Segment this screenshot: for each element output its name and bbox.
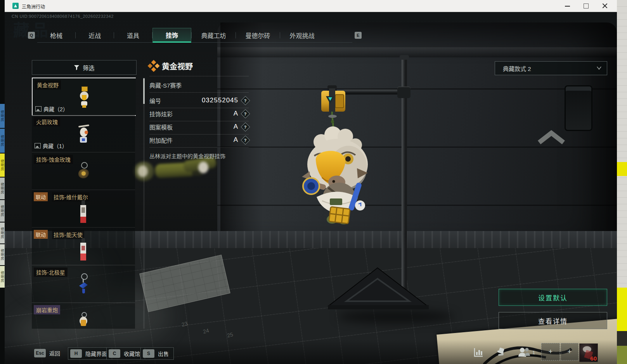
help-icon[interactable]: ?: [241, 109, 250, 118]
case-lid-line: [217, 47, 617, 57]
detail-header: 黄金视野: [149, 58, 249, 74]
thumb-part: [82, 95, 87, 100]
bullet-neck: [544, 259, 549, 260]
h-keycap: H: [70, 349, 82, 358]
plus-icon: +: [549, 348, 553, 356]
filter-button[interactable]: 筛选: [32, 60, 137, 75]
window-titlebar: 三角洲行动: [5, 0, 617, 12]
minimize-button[interactable]: [561, 0, 574, 12]
close-button[interactable]: [598, 0, 611, 12]
list-item-etched-rose[interactable]: 挂饰-蚀金玫瑰: [32, 153, 135, 190]
tab-mandel-brick[interactable]: 曼德尔砖: [236, 28, 280, 43]
pattern-row: 图案模板 A ?: [149, 120, 249, 133]
next-tab-keyhint: E: [355, 32, 362, 39]
thumb-part: [81, 238, 85, 243]
charm-thumbnail: [80, 200, 87, 223]
tab-collection-workshop[interactable]: 典藏工坊: [192, 28, 236, 43]
help-glyph: ?: [244, 98, 247, 103]
help-icon[interactable]: ?: [241, 122, 250, 131]
collab-badge: 联动: [34, 192, 48, 201]
accessory-row: 附加配件 A ?: [149, 133, 249, 147]
bullet: [470, 260, 528, 272]
collection-icon: [35, 143, 41, 148]
set-default-button[interactable]: 设置默认: [499, 289, 607, 306]
item-name: 黄金视野: [35, 80, 61, 90]
tab-bar: 枪械 近战 道具 挂饰 典藏工坊 曼德尔砖 外观挑战: [37, 28, 352, 43]
team-button[interactable]: 1: [518, 347, 538, 358]
list-item-rocket-rose[interactable]: 火箭玫瑰 典藏（1）: [32, 115, 135, 152]
hotkey-hide-ui[interactable]: H 隐藏界面: [68, 347, 112, 360]
thumb-part: [82, 289, 85, 293]
stats-chart-icon[interactable]: [473, 347, 483, 357]
selected-style: 典藏款式 2: [503, 64, 531, 72]
separator: [149, 76, 249, 76]
list-item-rockbreaker[interactable]: 崩岩重炮: [32, 303, 135, 329]
stand-base: [328, 266, 429, 310]
chevron-down-icon: [597, 67, 601, 70]
view-details-button[interactable]: 查看详情: [499, 312, 607, 329]
prev-tab-keyhint: Q: [28, 32, 35, 39]
thumb-part: [81, 86, 88, 91]
tab-charms[interactable]: 挂饰: [152, 28, 191, 43]
tab-melee[interactable]: 近战: [76, 28, 114, 43]
collection-style-select[interactable]: 典藏款式 2: [495, 61, 607, 75]
hotkey-label: 返回: [49, 349, 60, 357]
help-icon[interactable]: ?: [241, 135, 250, 145]
help-icon[interactable]: ?: [241, 96, 250, 105]
tab-guns[interactable]: 枪械: [37, 28, 75, 43]
list-item-exusiai[interactable]: 联动 挂饰-能天使: [32, 228, 135, 265]
row-value: A: [234, 136, 238, 144]
c-keycap: C: [109, 349, 120, 358]
charm-description: 丛林派对主题中的黄金视野挂饰: [149, 152, 249, 160]
list-item-polaris[interactable]: 挂饰-北极星: [32, 266, 135, 303]
desktop-cell: 修明房: [0, 244, 5, 265]
charm-thumbnail: [77, 124, 90, 144]
thumb-part: [81, 162, 88, 169]
row-value: A: [234, 110, 238, 117]
invite-slot-button[interactable]: +: [561, 343, 579, 361]
player-avatar[interactable]: 60: [579, 343, 598, 362]
thumb-part: [85, 131, 88, 134]
thumb-part: [80, 254, 86, 260]
tab-items[interactable]: 道具: [114, 28, 152, 43]
s-keycap: S: [143, 349, 154, 358]
bullet-tip: [470, 260, 485, 260]
charm-list: 黄金视野 典藏（2） 火箭玫瑰: [32, 78, 136, 329]
list-item-golden-vision[interactable]: 黄金视野 典藏（2）: [32, 78, 136, 116]
hotkey-collection-hall[interactable]: C 收藏馆: [106, 347, 145, 360]
stand-joint: [397, 86, 410, 98]
desktop-cell: 修明房: [0, 200, 5, 222]
row-label: 挂饰炫彩: [149, 110, 173, 118]
case-rib: [217, 205, 617, 206]
list-item-wisadel[interactable]: 联动 挂饰-维什戴尔: [32, 190, 135, 228]
collection-count: 典藏（1）: [35, 142, 68, 150]
item-name: 挂饰-能天使: [52, 230, 84, 239]
desktop-cell: 修明房: [0, 223, 5, 243]
desktop-highlight: [617, 288, 627, 331]
season-label: 典藏-S7赛季: [149, 81, 182, 89]
invite-slot-button[interactable]: +: [541, 343, 560, 361]
thumb-part: [81, 320, 86, 326]
desktop-right-strip: [617, 0, 627, 364]
maximize-button[interactable]: [580, 0, 593, 12]
charm-thumbnail: [78, 312, 88, 329]
thumb-part: [81, 171, 86, 176]
season-row: 典藏-S7赛季: [149, 78, 249, 91]
charm-rarity-icon: [147, 60, 159, 72]
charm-title: 黄金视野: [162, 60, 193, 72]
hotkey-sell[interactable]: S 出售: [140, 347, 174, 360]
row-label: 编号: [149, 97, 161, 105]
help-glyph: ?: [244, 111, 247, 116]
sparkle-row: 挂饰炫彩 A ?: [149, 107, 249, 120]
tab-appearance-challenge[interactable]: 外观挑战: [280, 28, 324, 43]
row-value: A: [234, 123, 238, 131]
desktop-green-row: [617, 346, 627, 364]
item-name: 挂饰-北极星: [34, 267, 68, 277]
charm-3d-model[interactable]: [299, 85, 376, 232]
hotkey-back[interactable]: Esc 返回: [34, 349, 60, 357]
collection-icon: [35, 106, 42, 112]
sidebar-scrollbar-thumb[interactable]: [143, 78, 145, 104]
auction-gavel-icon[interactable]: [496, 347, 507, 357]
count-label: 典藏（1）: [43, 142, 68, 150]
hotkey-label: 隐藏界面: [85, 350, 107, 357]
